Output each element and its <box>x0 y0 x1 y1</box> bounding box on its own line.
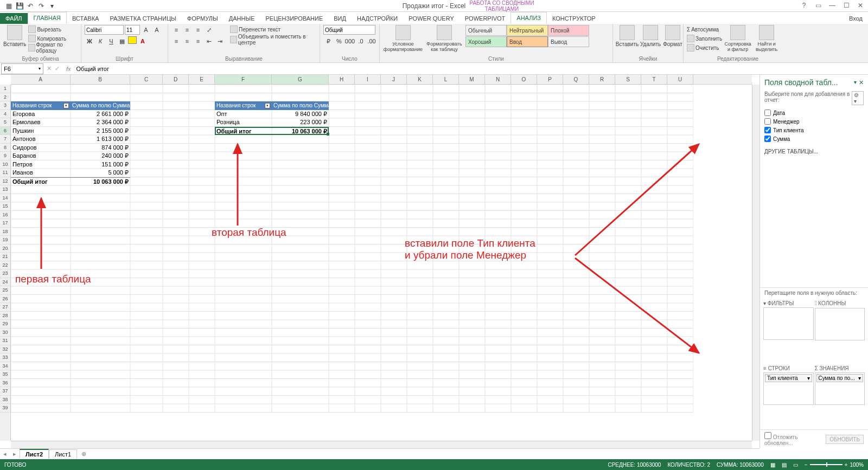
tab-layout[interactable]: РАЗМЕТКА СТРАНИЦЫ <box>104 13 181 24</box>
area-filters[interactable] <box>763 307 814 340</box>
orientation-icon[interactable]: ⤢ <box>204 25 214 35</box>
zoom-slider[interactable] <box>810 464 843 465</box>
row-header[interactable]: 30 <box>0 329 10 337</box>
col-header[interactable]: A <box>11 75 71 84</box>
row-header[interactable]: 14 <box>0 194 10 203</box>
cell[interactable]: Антонов <box>11 135 71 144</box>
col-header[interactable]: T <box>641 75 667 84</box>
percent-icon[interactable]: % <box>334 36 344 46</box>
fx-icon[interactable]: fx <box>63 66 74 72</box>
format-as-table-button[interactable]: Форматировать как таблицу <box>425 25 463 56</box>
cell[interactable]: 240 000 ₽ <box>71 152 130 160</box>
cell[interactable]: Петров <box>11 160 71 169</box>
help-icon[interactable]: ? <box>799 0 809 11</box>
inc-decimal-icon[interactable]: .0 <box>356 36 366 46</box>
currency-icon[interactable]: ₽ <box>323 36 333 46</box>
other-tables-link[interactable]: ДРУГИЕ ТАБЛИЦЫ... <box>760 145 868 158</box>
border-button[interactable]: ▦ <box>117 36 127 46</box>
cell[interactable]: Сидоров <box>11 144 71 152</box>
tab-data[interactable]: ДАННЫЕ <box>224 13 260 24</box>
close-icon[interactable]: ✕ <box>855 0 866 11</box>
col-header[interactable]: H <box>329 75 355 84</box>
undo-icon[interactable]: ↶ <box>26 2 35 10</box>
style-normal[interactable]: Обычный <box>465 25 507 36</box>
view-layout-icon[interactable]: ▤ <box>782 462 787 468</box>
align-right-icon[interactable]: ≡ <box>193 36 203 46</box>
row-header[interactable]: 31 <box>0 337 10 345</box>
row-header[interactable]: 7 <box>0 135 10 144</box>
insert-cells-button[interactable]: Вставить <box>616 25 638 56</box>
gear-icon[interactable]: ⚙ ▾ <box>852 91 864 105</box>
wrap-text-button[interactable]: Перенести текст <box>230 25 316 34</box>
view-pagebreak-icon[interactable]: ▭ <box>793 462 798 468</box>
cell[interactable]: Опт <box>215 110 272 119</box>
maximize-icon[interactable]: ☐ <box>841 0 852 11</box>
row-header[interactable]: 25 <box>0 286 10 295</box>
fill-color-button[interactable] <box>128 36 137 44</box>
clear-button[interactable]: Очистить <box>687 43 722 52</box>
name-box[interactable]: F6▾ <box>1 63 43 74</box>
row-header[interactable]: 37 <box>0 387 10 396</box>
row-header[interactable]: 23 <box>0 269 10 278</box>
find-select-button[interactable]: Найти и выделить <box>754 25 780 56</box>
cell[interactable]: Пушкин <box>11 127 71 136</box>
field-item[interactable]: Тип клиента <box>764 126 864 134</box>
style-input[interactable]: Ввод <box>507 36 548 47</box>
cell[interactable]: 2 364 000 ₽ <box>71 118 130 127</box>
tab-home[interactable]: ГЛАВНАЯ <box>28 12 67 24</box>
number-format-select[interactable] <box>323 25 375 35</box>
tab-powerquery[interactable]: POWER QUERY <box>403 13 459 24</box>
align-bottom-icon[interactable]: ≡ <box>193 25 203 35</box>
row-header[interactable]: 21 <box>0 253 10 261</box>
font-color-button[interactable]: A <box>138 36 148 46</box>
field-item[interactable]: Менеджер <box>764 117 864 126</box>
increase-font-icon[interactable]: A <box>141 25 151 35</box>
col-header[interactable]: D <box>163 75 189 84</box>
row-header[interactable]: 8 <box>0 144 10 152</box>
align-left-icon[interactable]: ≡ <box>171 36 181 46</box>
area-rows[interactable]: Тип клиента▾ <box>763 372 814 405</box>
format-painter-button[interactable]: Формат по образцу <box>28 43 78 52</box>
row-header[interactable]: 34 <box>0 362 10 371</box>
tab-insert[interactable]: ВСТАВКА <box>67 13 104 24</box>
tab-addins[interactable]: НАДСТРОЙКИ <box>352 13 403 24</box>
col-header[interactable]: L <box>433 75 459 84</box>
row-header[interactable]: 18 <box>0 228 10 236</box>
signin-link[interactable]: Вход <box>844 13 868 24</box>
col-header[interactable]: F <box>215 75 272 84</box>
field-item[interactable]: Сумма <box>764 134 864 143</box>
fieldpane-close-icon[interactable]: ✕ <box>859 79 864 86</box>
col-header[interactable]: Q <box>563 75 589 84</box>
cut-button[interactable]: Вырезать <box>28 25 78 34</box>
cell[interactable]: 9 840 000 ₽ <box>272 110 329 119</box>
cell[interactable]: Общий итог <box>11 177 71 186</box>
row-header[interactable]: 24 <box>0 278 10 287</box>
row-header[interactable]: 27 <box>0 303 10 312</box>
comma-icon[interactable]: 000 <box>345 36 355 46</box>
col-header[interactable]: I <box>355 75 381 84</box>
zoom-out-icon[interactable]: − <box>805 462 808 468</box>
col-header[interactable]: P <box>537 75 563 84</box>
row-header[interactable]: 11 <box>0 169 10 177</box>
formula-input[interactable] <box>74 66 868 72</box>
font-size-select[interactable] <box>125 25 140 35</box>
row-header[interactable]: 19 <box>0 236 10 244</box>
row-header[interactable]: 36 <box>0 379 10 388</box>
cell[interactable]: Общий итог <box>215 127 272 136</box>
cell[interactable]: 10 063 000 ₽ <box>272 127 329 136</box>
row-header[interactable]: 28 <box>0 312 10 320</box>
col-header[interactable]: R <box>589 75 615 84</box>
align-center-icon[interactable]: ≡ <box>182 36 192 46</box>
cell[interactable]: 1 613 000 ₽ <box>71 135 130 144</box>
style-neutral[interactable]: Нейтральный <box>507 25 548 36</box>
col-header[interactable]: B <box>71 75 130 84</box>
cell[interactable]: Егорова <box>11 110 71 119</box>
decrease-font-icon[interactable]: A <box>152 25 162 35</box>
qat-more-icon[interactable]: ▾ <box>48 2 56 10</box>
row-header[interactable]: 10 <box>0 160 10 169</box>
row-header[interactable]: 2 <box>0 93 10 102</box>
tab-analyze[interactable]: АНАЛИЗ <box>510 12 547 24</box>
row-header[interactable]: 9 <box>0 152 10 160</box>
ribbon-options-icon[interactable]: ▭ <box>813 0 824 11</box>
style-good[interactable]: Хороший <box>465 36 507 47</box>
